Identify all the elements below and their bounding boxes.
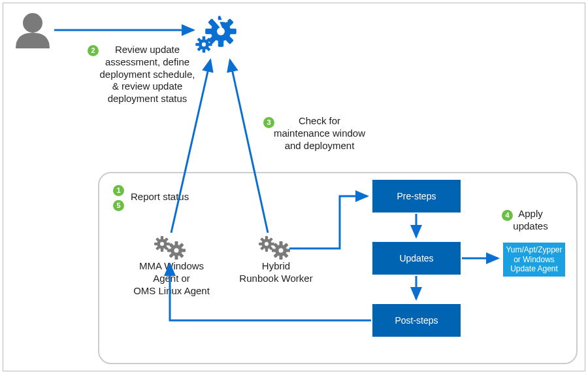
label-hybrid: Hybrid Runbook Worker — [232, 260, 320, 285]
label-mma: MMA Windows Agent or OMS Linux Agent — [127, 260, 216, 297]
post-steps-box: Post-steps — [372, 304, 461, 337]
badge-5: 5 — [113, 200, 124, 211]
badge-1: 1 — [113, 185, 124, 196]
update-agent-box: Yum/Apt/Zypper or Windows Update Agent — [503, 243, 565, 277]
pre-steps-box: Pre-steps — [372, 180, 461, 212]
updates-box: Updates — [372, 242, 461, 275]
label-review: Review update assessment, define deploym… — [93, 44, 201, 105]
label-report: Report status — [131, 191, 209, 203]
label-apply: Apply updates — [504, 208, 557, 233]
label-check: Check for maintenance window and deploym… — [264, 115, 375, 152]
